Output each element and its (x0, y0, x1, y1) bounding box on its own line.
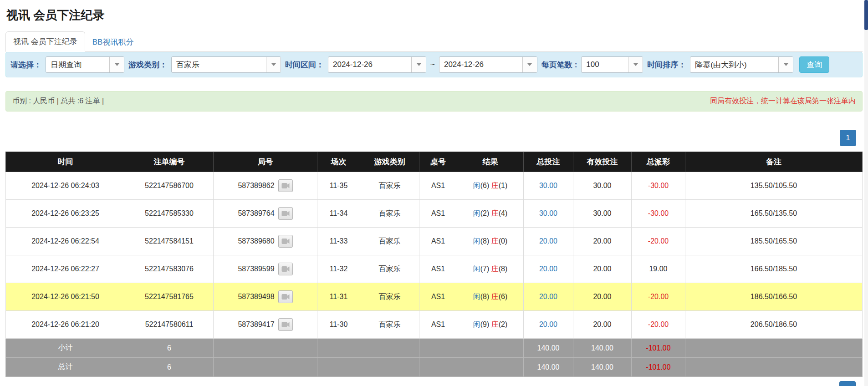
page: 视讯 会员下注纪录 视讯 会员下注纪录 BB视讯积分 请选择： 日期查询 游戏类… (0, 0, 868, 386)
game-type-label: 游戏类别： (128, 60, 167, 70)
round-id-value: 587389599 (238, 265, 274, 273)
round-id-value: 587389764 (238, 209, 274, 218)
cell-total-bet[interactable]: 20.00 (524, 283, 573, 311)
chevron-down-icon[interactable] (522, 57, 537, 72)
header-bet-id: 注单编号 (125, 152, 214, 172)
result-player-label: 闲 (473, 182, 480, 189)
table-row: 2024-12-26 06:22:27 522147583076 5873895… (6, 255, 863, 283)
cell-session: 11-33 (317, 228, 360, 255)
page-1-button-bottom[interactable]: 1 (839, 381, 856, 386)
round-id-value: 587389498 (238, 293, 274, 301)
page-title: 视讯 会员下注纪录 (6, 7, 863, 23)
cell-payout: 19.00 (632, 255, 685, 283)
query-type-value: 日期查询 (46, 57, 109, 72)
chevron-down-icon[interactable] (778, 57, 793, 72)
cell-result: 闲(8) 庄(0) (457, 228, 524, 255)
grand-total-row: 总计 6 140.00 140.00 -101.00 (6, 358, 863, 377)
cell-time: 2024-12-26 06:23:25 (6, 200, 125, 228)
date-from-picker[interactable]: 2024-12-26 (328, 56, 426, 73)
cell-game-type: 百家乐 (360, 200, 419, 228)
cell-game-type: 百家乐 (360, 172, 419, 200)
table-header-row: 时间 注单编号 局号 场次 游戏类别 桌号 结果 总投注 有效投注 总派彩 备注 (6, 152, 863, 172)
sort-order-label: 时间排序： (647, 60, 686, 70)
header-total-bet: 总投注 (524, 152, 573, 172)
page-size-dropdown[interactable]: 100 (581, 56, 643, 73)
result-banker-value: (6) (499, 293, 508, 300)
search-button[interactable]: 查询 (799, 56, 829, 73)
chevron-down-icon[interactable] (411, 57, 426, 72)
cell-round-id: 587389862 (214, 172, 317, 200)
video-replay-icon[interactable] (278, 290, 293, 303)
header-table-no: 桌号 (419, 152, 457, 172)
header-game-type: 游戏类别 (360, 152, 419, 172)
table-row: 2024-12-26 06:22:54 522147584151 5873896… (6, 228, 863, 255)
video-replay-icon[interactable] (278, 263, 293, 275)
tab-betting-records[interactable]: 视讯 会员下注纪录 (5, 31, 85, 52)
cell-total-bet[interactable]: 20.00 (524, 311, 573, 339)
cell-session: 11-32 (317, 255, 360, 283)
header-payout: 总派彩 (632, 152, 685, 172)
result-player-value: (2) (480, 209, 490, 217)
subtotal-payout: -101.00 (632, 339, 685, 358)
sort-order-dropdown[interactable]: 降幂(由大到小) (690, 56, 793, 73)
cell-time: 2024-12-26 06:22:54 (6, 228, 125, 255)
cell-payout: -20.00 (632, 283, 685, 311)
cell-valid-bet: 20.00 (573, 255, 632, 283)
time-range-label: 时间区间： (285, 60, 324, 70)
cell-bet-id: 522147581765 (125, 283, 214, 311)
video-replay-icon[interactable] (278, 235, 293, 248)
result-player-value: (8) (480, 237, 490, 245)
video-replay-icon[interactable] (278, 318, 293, 331)
cell-total-bet[interactable]: 30.00 (524, 172, 573, 200)
grand-total-label: 总计 (6, 358, 125, 377)
cell-valid-bet: 30.00 (573, 200, 632, 228)
cell-table-no: AS1 (419, 200, 457, 228)
video-replay-icon[interactable] (278, 207, 293, 220)
chevron-down-icon[interactable] (266, 57, 281, 72)
cell-bet-id: 522147584151 (125, 228, 214, 255)
result-banker-value: (2) (499, 320, 508, 328)
video-replay-icon[interactable] (278, 179, 293, 192)
result-banker-value: (8) (499, 265, 508, 273)
round-id-value: 587389862 (238, 182, 274, 190)
subtotal-total-bet: 140.00 (524, 339, 573, 358)
cell-session: 11-30 (317, 311, 360, 339)
cell-table-no: AS1 (419, 228, 457, 255)
date-to-picker[interactable]: 2024-12-26 (439, 56, 537, 73)
summary-bar: 币别 : 人民币 | 总共 :6 注单 | 同局有效投注，统一计算在该局第一张注… (5, 91, 863, 112)
scrollbar[interactable] (864, 0, 868, 386)
grand-total-total-bet: 140.00 (524, 358, 573, 377)
table-row: 2024-12-26 06:23:25 522147585330 5873897… (6, 200, 863, 228)
result-banker-value: (0) (499, 237, 508, 245)
header-result: 结果 (457, 152, 524, 172)
cell-result: 闲(6) 庄(1) (457, 172, 524, 200)
cell-game-type: 百家乐 (360, 311, 419, 339)
cell-remark: 186.50/166.50 (685, 283, 863, 311)
cell-valid-bet: 20.00 (573, 228, 632, 255)
result-player-label: 闲 (473, 293, 480, 300)
cell-session: 11-35 (317, 172, 360, 200)
cell-total-bet[interactable]: 20.00 (524, 255, 573, 283)
cell-total-bet[interactable]: 20.00 (524, 228, 573, 255)
tab-bb-video-points[interactable]: BB视讯积分 (85, 32, 141, 52)
cell-result: 闲(7) 庄(8) (457, 255, 524, 283)
cell-session: 11-31 (317, 283, 360, 311)
cell-table-no: AS1 (419, 311, 457, 339)
subtotal-label: 小计 (6, 339, 125, 358)
cell-bet-id: 522147580611 (125, 311, 214, 339)
cell-payout: -30.00 (632, 172, 685, 200)
cell-time: 2024-12-26 06:21:20 (6, 311, 125, 339)
query-type-dropdown[interactable]: 日期查询 (46, 56, 124, 73)
cell-bet-id: 522147585330 (125, 200, 214, 228)
chevron-down-icon[interactable] (109, 57, 124, 72)
scrollbar-thumb[interactable] (864, 0, 868, 30)
tab-bar: 视讯 会员下注纪录 BB视讯积分 (5, 31, 863, 52)
cell-total-bet[interactable]: 30.00 (524, 200, 573, 228)
chevron-down-icon[interactable] (628, 57, 643, 72)
result-banker-label: 庄 (491, 293, 499, 300)
page-1-button[interactable]: 1 (840, 130, 856, 146)
game-type-dropdown[interactable]: 百家乐 (171, 56, 281, 73)
date-to-value: 2024-12-26 (439, 57, 522, 72)
cell-payout: -20.00 (632, 311, 685, 339)
cell-valid-bet: 30.00 (573, 172, 632, 200)
